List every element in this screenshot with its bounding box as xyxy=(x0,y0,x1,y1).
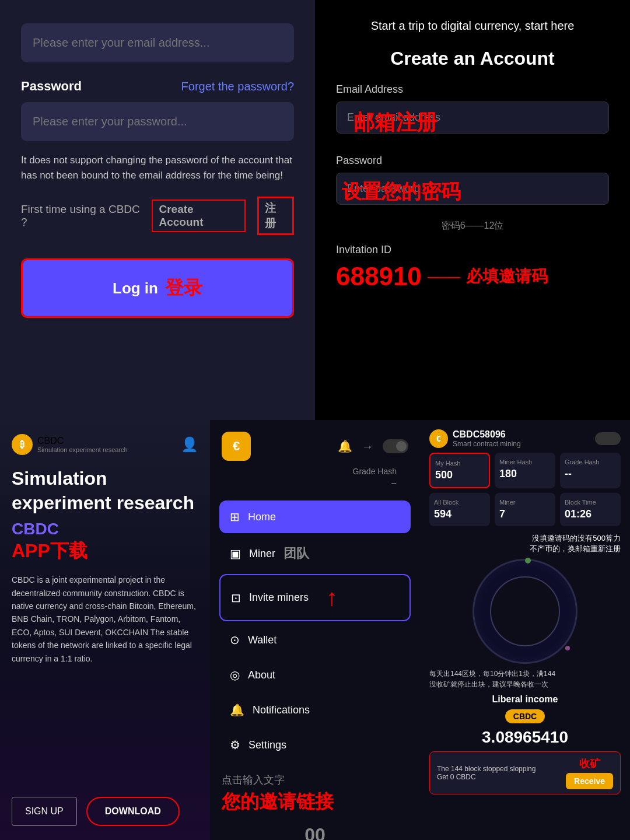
receive-bar: The 144 block stopped slopping Get 0 CBD… xyxy=(429,751,621,794)
invite-miners-label: Invite miners xyxy=(249,592,309,604)
user-icon[interactable]: 👤 xyxy=(181,436,198,453)
receive-bar-content: The 144 block stopped slopping Get 0 CBD… xyxy=(437,765,536,781)
circular-visual-container xyxy=(429,559,621,668)
cbdc-buttons: SIGN UP DOWNLOAD xyxy=(12,797,198,826)
liberal-income-label: Liberal income xyxy=(429,694,621,705)
cbdc-badge: CBDC xyxy=(505,709,545,723)
grade-hash-section: Grade Hash -- xyxy=(210,467,420,495)
cbdc-badge-row: CBDC xyxy=(429,709,621,728)
email-field-label: Email Address xyxy=(336,83,609,96)
settings-icon: ⚙ xyxy=(230,738,240,752)
settings-label: Settings xyxy=(249,739,286,751)
invitation-section: Invitation ID 688910 —— 必填邀请码 xyxy=(336,244,609,291)
create-account-title: Create an Account xyxy=(336,48,609,69)
grade-hash-label: Grade Hash xyxy=(353,467,408,476)
mining-subtitle: Smart contract mining xyxy=(453,440,521,448)
password-field-group: Password 设置您的密码 密码6——12位 xyxy=(336,155,609,240)
receive-btn-group: 收矿 Receive xyxy=(566,757,613,789)
mining-coin-icon: € xyxy=(429,429,448,448)
stat-miner-hash: Miner Hash 180 xyxy=(495,453,555,488)
grade-hash-value: -- xyxy=(353,478,408,488)
cbdc-header: ₿ CBDC Simulation experiment research 👤 xyxy=(12,434,198,455)
register-panel: Start a trip to digital currency, start … xyxy=(315,0,630,420)
cbdc-main-title: Simulation experiment research xyxy=(12,467,198,515)
create-account-link[interactable]: Create Account xyxy=(152,200,245,232)
download-button[interactable]: DOWNLOAD xyxy=(86,797,180,826)
stat-all-block: All Block 594 xyxy=(429,493,490,526)
login-panel: Password Forget the password? It does no… xyxy=(0,0,315,420)
annotation-text: 没填邀请码的没有500算力不产币的，换邮箱重新注册 xyxy=(429,533,621,554)
circular-visual xyxy=(473,559,578,664)
cbdc-logo-subtitle: Simulation experiment research xyxy=(37,446,128,453)
cbdc-logo-text: CBDC Simulation experiment research xyxy=(37,436,128,453)
menu-item-settings[interactable]: ⚙ Settings xyxy=(219,729,411,761)
dot-2 xyxy=(565,646,570,650)
cbdc-coin-icon: ₿ xyxy=(12,434,33,455)
menu-item-home[interactable]: ⊞ Home xyxy=(219,501,411,533)
stat-my-hash: My Hash 500 xyxy=(429,453,490,488)
bell-icon[interactable]: 🔔 xyxy=(338,439,352,453)
mining-toggle[interactable] xyxy=(595,432,621,445)
menu-item-about[interactable]: ◎ About xyxy=(219,659,411,691)
password-annotation-zh: 设置您的密码 xyxy=(342,178,461,205)
invitation-id-label: Invitation ID xyxy=(336,244,609,256)
login-zh-label: 登录 xyxy=(165,275,202,301)
password-label-row: Password Forget the password? xyxy=(21,79,294,94)
password-input[interactable] xyxy=(21,102,294,141)
password-annotation-row: 设置您的密码 xyxy=(336,173,609,215)
cbdc-logo: ₿ CBDC Simulation experiment research xyxy=(12,434,128,455)
mining-panel: € CBDC58096 Smart contract mining My Has… xyxy=(420,420,630,840)
invite-link-zh-label: 您的邀请链接 xyxy=(222,789,408,815)
counter-display: 00 xyxy=(304,824,326,840)
arrow-right-icon[interactable]: → xyxy=(362,440,373,453)
mining-user-id: CBDC58096 xyxy=(453,429,521,440)
invitation-required-zh: 必填邀请码 xyxy=(466,265,548,288)
wallet-label: Wallet xyxy=(248,634,276,646)
menu-coin-icon: € xyxy=(222,432,251,461)
password-label: Password xyxy=(21,79,82,94)
cbdc-brand: CBDC xyxy=(12,520,198,538)
cbdc-description: CBDC is a joint experimental project in … xyxy=(12,573,198,665)
receive-bar-text: The 144 block stopped slopping xyxy=(437,765,536,773)
invitation-code: 688910 xyxy=(336,262,422,291)
income-value: 3.08965410 xyxy=(429,728,621,747)
daily-block-text: 每天出144区块，每10分钟出1块，满144没收矿就停止出块，建议早晚各收一次 xyxy=(429,668,621,690)
create-account-row: First time using a CBDC ? Create Account… xyxy=(21,197,294,235)
miner-label: Miner xyxy=(249,548,275,560)
about-label: About xyxy=(248,669,275,681)
menu-item-invite-miners[interactable]: ⊡ Invite miners ↑ xyxy=(219,574,411,621)
menu-icons: 🔔 → xyxy=(338,439,408,453)
stats-grid-1: My Hash 500 Miner Hash 180 Grade Hash -- xyxy=(429,453,621,488)
warning-text: It does not support changing the passwor… xyxy=(21,153,294,183)
login-button[interactable]: Log in 登录 xyxy=(23,260,292,316)
register-zh-label: 注册 xyxy=(257,197,294,235)
mining-logo-row: € CBDC58096 Smart contract mining xyxy=(429,429,521,448)
menu-items-list: ⊞ Home ▣ Miner 团队 ⊡ Invite miners ↑ ⊙ Wa… xyxy=(210,495,420,767)
app-download-zh: APP下载 xyxy=(12,538,198,564)
password-hint: 密码6——12位 xyxy=(336,220,609,232)
invitation-arrow: —— xyxy=(428,267,460,286)
invitation-row: 688910 —— 必填邀请码 xyxy=(336,262,609,291)
receive-button[interactable]: Receive xyxy=(566,773,613,789)
menu-item-miner[interactable]: ▣ Miner 团队 xyxy=(219,536,411,572)
shoukuang-zh: 收矿 xyxy=(579,757,600,771)
mining-header: € CBDC58096 Smart contract mining xyxy=(429,429,621,448)
forget-password-link[interactable]: Forget the password? xyxy=(181,80,294,93)
dark-mode-toggle[interactable] xyxy=(383,439,408,453)
stats-grid-2: All Block 594 Miner 7 Block Time 01:26 xyxy=(429,493,621,526)
menu-panel: € 🔔 → Grade Hash -- ⊞ Home ▣ Miner xyxy=(210,420,420,840)
stat-grade-hash: Grade Hash -- xyxy=(560,453,621,488)
reg-password-label: Password xyxy=(336,155,609,167)
signup-button[interactable]: SIGN UP xyxy=(12,797,77,826)
email-annotation-row: 邮箱注册 xyxy=(336,102,609,144)
mining-title-group: CBDC58096 Smart contract mining xyxy=(453,429,521,448)
menu-item-notifications[interactable]: 🔔 Notifications xyxy=(219,694,411,726)
stat-block-time: Block Time 01:26 xyxy=(560,493,621,526)
wallet-icon: ⊙ xyxy=(230,633,240,647)
home-icon: ⊞ xyxy=(230,510,240,524)
email-input[interactable] xyxy=(21,23,294,62)
password-input-container xyxy=(21,102,294,141)
team-zh-label: 团队 xyxy=(284,545,309,562)
menu-item-wallet[interactable]: ⊙ Wallet xyxy=(219,624,411,656)
circular-inner xyxy=(490,576,560,646)
